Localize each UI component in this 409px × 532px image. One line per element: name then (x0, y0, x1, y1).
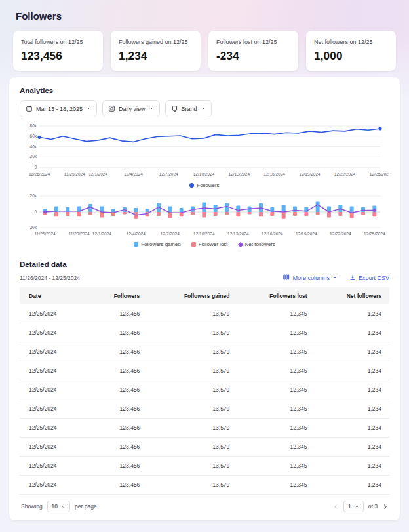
stat-card-net-followers: Net followers on 12/25 1,000 (306, 31, 396, 71)
cell-value: 123,456 (87, 457, 146, 476)
column-header-date: Date (20, 287, 87, 304)
cell-date: 12/25/2024 (20, 323, 87, 342)
chevron-down-icon (149, 106, 154, 112)
legend-item: Followers (189, 182, 219, 188)
filter-label: Daily view (119, 106, 146, 112)
table-row: 12/25/2024123,45613,579-12,3451,234 (20, 380, 389, 399)
cell-value: 123,456 (87, 304, 146, 323)
cell-date: 12/25/2024 (20, 380, 87, 399)
svg-text:12/10/2024: 12/10/2024 (193, 232, 215, 236)
stat-card-followers-gained: Followers gained on 12/25 1,234 (111, 31, 201, 71)
stat-cards: Total followers on 12/25 123,456 Followe… (13, 31, 396, 71)
columns-icon (282, 274, 290, 282)
prev-page-button[interactable] (333, 504, 339, 510)
more-columns-button[interactable]: More columns (282, 274, 338, 282)
svg-text:0: 0 (34, 209, 37, 214)
date-range-filter[interactable]: Mar 13 - 18, 2025 (20, 100, 97, 117)
chevron-down-icon (61, 504, 66, 509)
per-page-value: 10 (52, 503, 58, 510)
legend-item: Followers gained (134, 241, 180, 247)
svg-text:11/29/2024: 11/29/2024 (69, 232, 90, 236)
cell-value: -12,345 (236, 438, 313, 457)
svg-text:12/16/2024: 12/16/2024 (262, 232, 283, 236)
per-page-suffix: per page (75, 503, 97, 510)
cell-value: -12,345 (236, 323, 313, 342)
stat-value: 1,000 (314, 50, 388, 63)
table-actions: More columns Export CSV (282, 274, 389, 282)
view-granularity-filter[interactable]: Daily view (102, 100, 160, 117)
cell-value: 13,579 (146, 399, 236, 419)
svg-text:12/7/2024: 12/7/2024 (159, 172, 178, 176)
table-row: 12/25/2024123,45613,579-12,3451,234 (20, 361, 389, 380)
svg-text:11/29/2024: 11/29/2024 (64, 172, 85, 176)
svg-text:20k: 20k (30, 194, 37, 198)
cell-value: 123,456 (87, 380, 146, 399)
column-header-followers-lost: Followers lost (236, 287, 313, 304)
stat-label: Total followers on 12/25 (21, 39, 95, 45)
svg-text:12/22/2024: 12/22/2024 (330, 232, 351, 236)
followers-line-chart-wrap: 020k40k60k80k11/26/202411/29/202412/1/20… (20, 121, 389, 188)
cell-date: 12/25/2024 (20, 399, 87, 419)
chevron-down-icon (332, 275, 338, 281)
pagination: 1 of 3 (333, 501, 388, 512)
circle-swatch (189, 183, 194, 188)
cell-value: -12,345 (236, 399, 313, 419)
svg-text:12/16/2024: 12/16/2024 (263, 172, 285, 176)
stat-value: 123,456 (21, 50, 95, 63)
filter-label: Brand (182, 106, 197, 112)
cell-value: -12,345 (236, 342, 313, 361)
cell-value: 13,579 (146, 419, 236, 438)
cell-value: 123,456 (87, 361, 146, 380)
followers-line-chart: 020k40k60k80k11/26/202411/29/202412/1/20… (20, 121, 389, 179)
cell-value: 1,234 (314, 342, 390, 361)
export-csv-button[interactable]: Export CSV (349, 274, 389, 282)
brand-filter[interactable]: Brand (165, 100, 212, 117)
svg-text:-20k: -20k (28, 225, 37, 230)
svg-text:11/26/2024: 11/26/2024 (29, 172, 50, 176)
svg-text:12/19/2024: 12/19/2024 (296, 232, 317, 236)
cell-value: 13,579 (146, 342, 236, 361)
per-page-control: Showing 10 per page (21, 501, 97, 512)
table-header: Date Followers Followers gained Follower… (20, 287, 389, 304)
cell-date: 12/25/2024 (20, 419, 87, 438)
table-toolbar: 11/26/2024 - 12/25/2024 More columns (20, 274, 389, 282)
cell-date: 12/25/2024 (20, 457, 87, 476)
svg-text:60k: 60k (30, 134, 37, 138)
cell-date: 12/25/2024 (20, 342, 87, 361)
legend-item: Follower lost (191, 241, 228, 247)
analytics-card: Analytics Mar 13 - 18, 2025 Daily view (9, 77, 400, 520)
per-page-select[interactable]: 10 (47, 501, 70, 512)
chevron-right-icon (382, 504, 388, 510)
page-select[interactable]: 1 (343, 501, 364, 512)
table-body: 12/25/2024123,45613,579-12,3451,23412/25… (20, 304, 389, 495)
calendar-icon (26, 105, 33, 113)
cell-value: 1,234 (314, 438, 390, 457)
table-row: 12/25/2024123,45613,579-12,3451,234 (20, 476, 389, 495)
cell-value: 13,579 (146, 380, 236, 399)
cell-value: -12,345 (236, 419, 313, 438)
stat-card-followers-lost: Followers lost on 12/25 -234 (208, 31, 298, 71)
square-swatch (191, 242, 196, 247)
cell-value: 13,579 (146, 457, 236, 476)
cell-value: -12,345 (236, 476, 313, 495)
line-chart-legend: Followers (20, 182, 389, 188)
svg-text:40k: 40k (30, 144, 37, 149)
svg-text:12/25/2024: 12/25/2024 (370, 172, 389, 176)
device-icon (171, 105, 178, 113)
legend-label: Follower lost (199, 241, 228, 247)
svg-text:12/1/2024: 12/1/2024 (88, 172, 107, 176)
square-swatch (134, 242, 138, 247)
cell-value: -12,345 (236, 380, 313, 399)
cell-value: 123,456 (87, 323, 146, 342)
legend-label: Net followers (245, 241, 275, 247)
download-icon (349, 274, 356, 282)
next-page-button[interactable] (382, 504, 388, 510)
table-row: 12/25/2024123,45613,579-12,3451,234 (20, 304, 389, 323)
column-header-followers: Followers (87, 287, 146, 304)
stat-label: Followers lost on 12/25 (216, 39, 290, 45)
table-footer: Showing 10 per page 1 of 3 (20, 501, 389, 512)
gain-loss-bar-chart: -20k020k11/26/202411/29/202412/1/202412/… (20, 192, 389, 238)
cell-value: 123,456 (87, 438, 146, 457)
diamond-swatch (237, 241, 243, 247)
cell-value: 1,234 (314, 457, 390, 476)
